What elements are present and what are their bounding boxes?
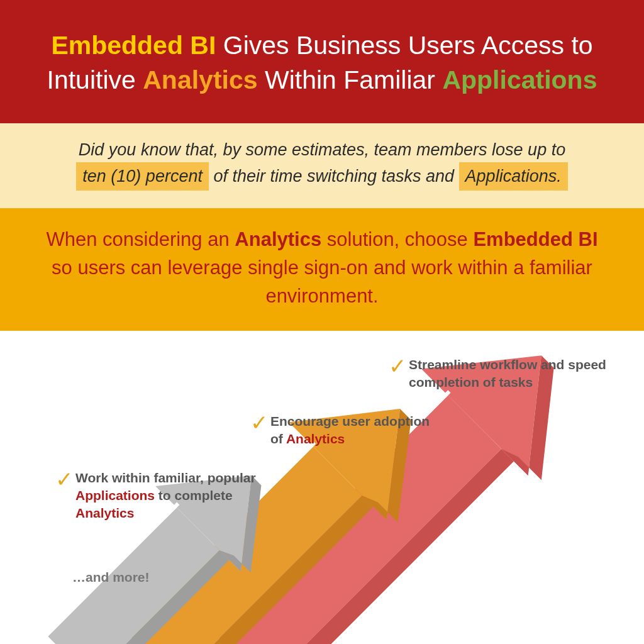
fact-chip-applications: Applications. bbox=[459, 162, 568, 191]
benefit-1-seg1: Work within familiar, popular bbox=[75, 470, 256, 485]
header-embedded-bi: Embedded BI bbox=[51, 31, 216, 60]
header-applications: Applications bbox=[442, 65, 597, 94]
benefit-2: ✓ Encourage user adoption of Analytics bbox=[270, 413, 434, 448]
fact-text: Did you know that, by some estimates, te… bbox=[50, 137, 594, 191]
header-seg4: Within Familiar bbox=[258, 65, 443, 94]
check-icon: ✓ bbox=[250, 409, 268, 438]
benefit-3: ✓ Streamline workflow and speed completi… bbox=[409, 356, 610, 392]
rec-analytics: Analytics bbox=[235, 228, 321, 250]
benefit-1-analytics: Analytics bbox=[75, 506, 134, 520]
benefit-1-applications: Applications bbox=[75, 488, 155, 502]
benefit-1-seg2: to complete bbox=[155, 488, 233, 502]
fact-seg2: of their time switching tasks and bbox=[209, 167, 459, 186]
rec-seg3: so users can leverage single sign-on and… bbox=[52, 257, 592, 307]
rec-seg2: solution, choose bbox=[321, 228, 473, 250]
recommendation-band: When considering an Analytics solution, … bbox=[0, 208, 644, 331]
rec-seg1: When considering an bbox=[46, 228, 235, 250]
header-text: Embedded BI Gives Business Users Access … bbox=[44, 28, 600, 98]
header-analytics: Analytics bbox=[143, 65, 257, 94]
benefit-1: ✓ Work within familiar, popular Applicat… bbox=[75, 469, 264, 523]
fact-chip-percent: ten (10) percent bbox=[76, 162, 209, 191]
fact-seg1: Did you know that, by some estimates, te… bbox=[79, 140, 565, 159]
recommendation-text: When considering an Analytics solution, … bbox=[44, 226, 600, 311]
check-icon: ✓ bbox=[55, 465, 73, 494]
and-more: …and more! bbox=[72, 570, 150, 585]
fact-band: Did you know that, by some estimates, te… bbox=[0, 123, 644, 208]
check-icon: ✓ bbox=[389, 352, 406, 381]
benefit-3-text: Streamline workflow and speed completion… bbox=[409, 357, 606, 389]
header-band: Embedded BI Gives Business Users Access … bbox=[0, 0, 644, 123]
benefit-2-analytics: Analytics bbox=[286, 431, 345, 446]
arrows-graphic: ✓ Streamline workflow and speed completi… bbox=[0, 331, 644, 645]
rec-embedded-bi: Embedded BI bbox=[473, 228, 597, 250]
